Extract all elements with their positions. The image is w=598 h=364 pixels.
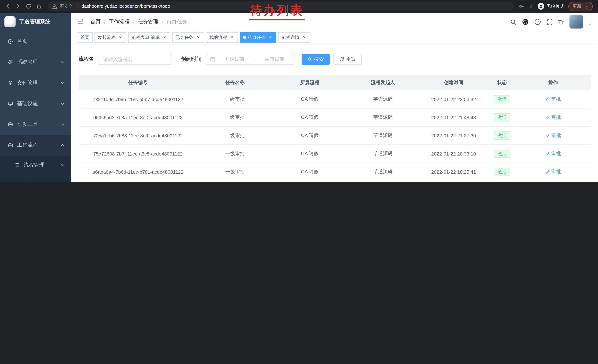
tab-start-process[interactable]: 发起流程× [94,32,126,43]
close-icon[interactable]: × [229,35,234,40]
process-name-input[interactable] [99,54,172,65]
not-secure-warning-icon [52,4,58,9]
cell-task-id: 069c6a63-7b8a-11ec-8ef0-acde48001122 [79,108,197,126]
tab-process-detail[interactable]: 流程详情× [278,32,310,43]
sidebar: 芋道管理系统 首页 系统管理 ¥ 支付管理 [0,13,71,182]
cell-status: 激活 [488,90,516,108]
cell-starter: 芋道源码 [347,90,419,108]
tab-label: 我的流程 [209,34,227,40]
table-row: 725a1eb6-7b88-11ec-8ef0-acde48001122 一级审… [79,126,590,145]
update-button[interactable]: 更新 ⋮ [568,2,593,11]
app-logo: 芋道管理系统 [0,13,71,31]
chevron-down-icon [61,123,65,126]
cell-task-id: 75d72608-7b7f-11ec-a3c8-acde48001122 [79,145,197,163]
approve-link-label: 审批 [551,169,561,175]
browser-back-icon[interactable] [3,1,13,11]
sidebar-item-infrastructure[interactable]: 基础设施 [0,93,71,114]
topbar: 首页 / 工作流程 / 任务管理 / 待办任务 ? [71,13,598,31]
cell-starter: 芋道源码 [347,163,419,181]
sidebar-item-workflow[interactable]: 工作流程 [0,135,71,155]
approve-link[interactable]: 审批 [545,169,561,175]
browser-forward-icon[interactable] [13,1,23,11]
cell-task-id: a6aba0a4-7b6d-11ec-b781-acde48001122 [79,163,197,181]
annotation-text: 待办列表 [249,2,305,20]
close-icon[interactable]: × [162,35,167,40]
date-range-picker[interactable]: 开始日期 - 结束日期 [206,54,295,65]
cell-status: 激活 [488,145,516,163]
tab-label: 待办任务 [248,34,266,40]
bookmark-star-icon[interactable]: ☆ [529,3,533,9]
avatar-caret-icon[interactable] [588,23,592,25]
sidebar-item-process-management[interactable]: 流程管理 [0,155,71,175]
filter-bar: 流程名 创建时间 开始日期 - 结束日期 搜索 [79,54,590,65]
sidebar-item-system[interactable]: 系统管理 [0,52,71,73]
user-avatar[interactable] [569,15,583,29]
cell-actions: 审批 [516,108,590,126]
tab-label: 发起流程 [98,34,116,40]
search-icon[interactable] [510,19,516,25]
chevron-up-icon [61,144,65,146]
close-icon[interactable]: × [196,35,201,40]
password-key-icon[interactable] [519,3,525,9]
search-button-label: 搜索 [314,56,324,63]
breadcrumb-current: 待办任务 [166,18,187,25]
sidebar-item-label: 工作流程 [17,142,57,148]
tabs-bar: 首页 发起流程× 流程表单-编辑× 已办任务× 我的流程× 待办任务× 流程详情… [71,31,598,44]
approve-link[interactable]: 审批 [545,150,561,157]
cell-create-time: 2022-01-22 21:37:30 [419,126,488,145]
cell-process: OA 请假 [273,108,347,126]
search-button[interactable]: 搜索 [302,54,330,65]
chevron-down-icon [61,61,65,63]
tab-todo-task[interactable]: 待办任务× [240,32,276,43]
browser-reload-icon[interactable] [24,1,33,11]
approve-link[interactable]: 审批 [545,132,561,139]
reset-button[interactable]: 重置 [333,54,362,65]
address-bar-divider [77,4,77,9]
status-badge: 激活 [494,131,510,140]
approve-link-label: 审批 [551,114,561,121]
breadcrumb-home[interactable]: 首页 [91,18,101,25]
tab-done-task[interactable]: 已办任务× [172,32,204,43]
breadcrumb-workflow[interactable]: 工作流程 [109,18,130,25]
list-icon [14,162,20,168]
table-row: 73211d9d-7b9b-11ec-b5b7-acde48001122 一级审… [79,90,590,108]
cell-process: OA 请假 [273,145,347,163]
sidebar-item-payment[interactable]: ¥ 支付管理 [0,73,71,93]
todo-task-table: 任务编号 任务名称 所属流程 流程发起人 创建时间 状态 操作 73211 [79,75,590,182]
sidebar-toggle-icon[interactable] [77,19,84,25]
breadcrumb-task-management[interactable]: 任务管理 [138,18,158,25]
tab-form-edit[interactable]: 流程表单-编辑× [128,32,170,43]
sidebar-item-label: 支付管理 [17,80,57,86]
tab-home[interactable]: 首页 [77,32,93,43]
sidebar-item-label: 基础设施 [17,100,57,107]
cell-process: 测试多审批人 [273,181,347,182]
sidebar-item-home[interactable]: 首页 [0,31,71,52]
close-icon[interactable]: × [268,35,273,40]
help-icon[interactable]: ? [534,18,541,25]
close-icon[interactable]: × [118,35,123,40]
github-icon[interactable] [522,18,529,25]
approve-link[interactable]: 审批 [545,96,561,103]
breadcrumb-separator: / [133,19,134,25]
security-label: 不安全 [60,3,73,9]
cell-process: OA 请假 [273,90,347,108]
column-process: 所属流程 [273,75,347,90]
app-title: 芋道管理系统 [19,18,50,25]
font-size-icon[interactable]: TT [558,19,564,25]
chevron-down-icon [61,103,65,105]
sidebar-item-task-management[interactable]: 任务管理 [0,175,71,182]
cell-process: OA 请假 [273,126,347,145]
browser-menu-icon[interactable]: ⋮ [584,4,589,9]
tab-my-process[interactable]: 我的流程× [206,32,238,43]
fullscreen-icon[interactable] [546,19,553,25]
close-icon[interactable]: × [302,35,307,40]
cell-status: 激活 [488,126,516,145]
cell-task-name: 一级审批 [197,163,273,181]
approve-link[interactable]: 审批 [545,114,561,121]
browser-home-icon[interactable] [34,1,44,11]
cell-task-name: 1.2 [197,181,273,182]
reset-button-label: 重置 [346,56,356,63]
approve-link-label: 审批 [551,132,561,139]
column-task-id: 任务编号 [79,75,197,90]
sidebar-item-devtools[interactable]: 研发工具 [0,114,71,135]
